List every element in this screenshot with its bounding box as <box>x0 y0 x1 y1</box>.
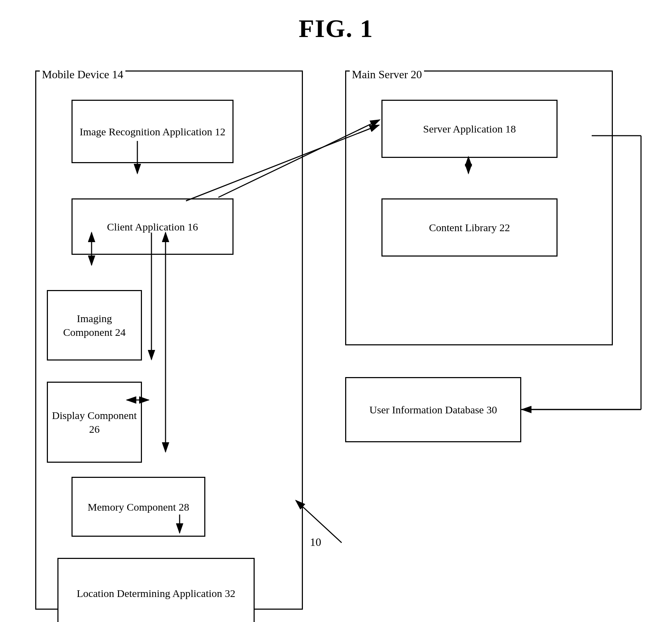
location-app-box: Location Determining Application 32 <box>57 558 255 622</box>
client-application-box: Client Application 16 <box>71 198 234 255</box>
user-info-database-label: User Information Database 30 <box>369 403 497 417</box>
memory-component-box: Memory Component 28 <box>71 477 205 537</box>
reference-number: 10 <box>310 536 321 549</box>
display-component-label: Display Component 26 <box>51 408 137 436</box>
content-library-label: Content Library 22 <box>429 221 510 234</box>
server-application-box: Server Application 18 <box>381 100 558 158</box>
imaging-component-label: Imaging Component 24 <box>51 312 137 339</box>
content-library-box: Content Library 22 <box>381 198 558 257</box>
main-server-container: Main Server 20 Server Application 18 Con… <box>345 70 613 345</box>
display-component-box: Display Component 26 <box>47 382 142 463</box>
image-recognition-box: Image Recognition Application 12 <box>71 100 234 163</box>
server-application-label: Server Application 18 <box>423 122 516 136</box>
mobile-device-container: Mobile Device 14 Image Recognition Appli… <box>35 70 303 610</box>
location-app-label: Location Determining Application 32 <box>77 586 236 600</box>
main-server-label: Main Server 20 <box>350 68 424 81</box>
image-recognition-label: Image Recognition Application 12 <box>80 125 225 138</box>
mobile-device-label: Mobile Device 14 <box>40 68 125 81</box>
client-application-label: Client Application 16 <box>107 220 198 234</box>
imaging-component-box: Imaging Component 24 <box>47 290 142 361</box>
memory-component-label: Memory Component 28 <box>88 500 189 514</box>
user-info-database-box: User Information Database 30 <box>345 377 521 442</box>
page-title: FIG. 1 <box>0 0 672 43</box>
